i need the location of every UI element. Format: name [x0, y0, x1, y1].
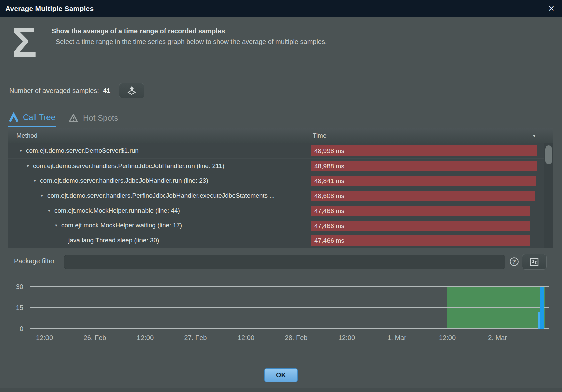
time-value: 48,608 ms	[314, 188, 344, 203]
export-button[interactable]	[119, 83, 144, 98]
x-axis-tick-label: 2. Mar	[488, 334, 507, 341]
time-bar	[311, 206, 530, 216]
package-filter-label: Package filter:	[14, 257, 57, 265]
timeline-chart[interactable]: 3015012:0026. Feb12:0027. Feb12:0028. Fe…	[0, 281, 562, 348]
vertical-scrollbar[interactable]	[544, 143, 553, 248]
dialog-bottom-edge	[0, 388, 562, 392]
call-tree-body: ▼com.ejt.demo.server.DemoServer$1.run48,…	[8, 143, 544, 248]
method-name: com.ejt.demo.server.DemoServer$1.run	[26, 147, 139, 154]
x-axis-tick-label: 12:00	[439, 334, 456, 341]
help-icon: ?	[509, 257, 519, 267]
time-cell: 48,608 ms	[306, 188, 544, 203]
method-name: com.ejt.demo.server.handlers.PerfinoJdbc…	[47, 192, 275, 199]
time-cell: 47,466 ms	[306, 218, 544, 233]
method-name: com.ejt.demo.server.handlers.PerfinoJdbc…	[33, 162, 224, 170]
scrollbar-header-spacer	[544, 128, 553, 143]
y-axis-tick-label: 0	[20, 325, 23, 332]
time-bar	[311, 235, 530, 246]
averaged-samples-row: Number of averaged samples: 41	[9, 83, 144, 98]
sort-descending-icon[interactable]: ▼	[532, 133, 536, 138]
package-filter-input[interactable]	[64, 255, 505, 269]
call-tree-icon	[9, 112, 19, 122]
average-multiple-samples-dialog: Average Multiple Samples ✕ Σ Show the av…	[0, 0, 562, 392]
time-cell: 48,998 ms	[306, 143, 544, 158]
table-row[interactable]: ▼com.ejt.mock.MockHelper.runnable (line:…	[8, 203, 544, 218]
dialog-titlebar: Average Multiple Samples ✕	[0, 0, 562, 17]
expand-arrow-icon[interactable]: ▼	[19, 149, 26, 153]
expand-arrow-icon[interactable]: ▼	[26, 164, 33, 168]
time-cell: 48,988 ms	[306, 159, 544, 173]
method-cell: java.lang.Thread.sleep (line: 30)	[8, 233, 306, 248]
time-cell: 47,466 ms	[306, 203, 544, 218]
ok-button[interactable]: OK	[264, 368, 298, 382]
expand-arrow-icon[interactable]: ▼	[33, 179, 40, 183]
time-value: 48,988 ms	[314, 159, 344, 174]
averaged-samples-label: Number of averaged samples:	[9, 87, 99, 95]
table-row[interactable]: ▼com.ejt.mock.MockHelper.waiting (line: …	[8, 218, 544, 233]
time-bar	[311, 145, 537, 156]
tab-hot-spots[interactable]: Hot Spots	[67, 110, 119, 127]
table-row[interactable]: ▼com.ejt.demo.server.DemoServer$1.run48,…	[8, 143, 544, 158]
x-axis-tick-label: 27. Feb	[184, 334, 207, 341]
time-value: 47,466 ms	[314, 233, 344, 248]
method-cell: ▼com.ejt.demo.server.DemoServer$1.run	[8, 143, 306, 158]
series-bar	[538, 312, 540, 329]
table-row[interactable]: ▼com.ejt.demo.server.handlers.PerfinoJdb…	[8, 158, 544, 173]
column-header-time[interactable]: Time ▼	[306, 128, 544, 143]
method-cell: ▼com.ejt.demo.server.handlers.PerfinoJdb…	[8, 188, 306, 203]
table-row[interactable]: java.lang.Thread.sleep (line: 30)47,466 …	[8, 233, 544, 248]
y-axis-tick-label: 15	[16, 304, 23, 311]
expand-arrow-icon[interactable]: ▼	[47, 209, 54, 213]
time-cell: 48,841 ms	[306, 173, 544, 188]
help-button[interactable]: ?	[509, 257, 519, 268]
close-icon[interactable]: ✕	[546, 0, 557, 17]
tab-bar: Call Tree Hot Spots	[8, 110, 130, 127]
averaged-samples-value: 41	[103, 87, 110, 95]
table-row[interactable]: ▼com.ejt.demo.server.handlers.JdbcJobHan…	[8, 173, 544, 188]
expand-arrow-icon[interactable]: ▼	[54, 223, 61, 227]
column-header-method[interactable]: Method	[8, 128, 306, 143]
time-value: 47,466 ms	[314, 218, 344, 233]
series-bar	[540, 287, 544, 329]
table-body: ▼com.ejt.demo.server.DemoServer$1.run48,…	[8, 143, 553, 248]
x-axis-tick-label: 12:00	[36, 334, 53, 341]
x-axis-tick-label: 12:00	[137, 334, 154, 341]
method-cell: ▼com.ejt.demo.server.handlers.JdbcJobHan…	[8, 173, 306, 188]
x-axis-tick-label: 28. Feb	[285, 334, 308, 341]
sigma-icon: Σ	[12, 21, 37, 63]
intro-heading: Show the average of a time range of reco…	[52, 27, 225, 35]
filter-options-button[interactable]	[522, 254, 547, 270]
time-bar	[311, 176, 536, 186]
timeline-chart-area: 3015012:0026. Feb12:0027. Feb12:0028. Fe…	[0, 281, 562, 348]
x-axis-tick-label: 26. Feb	[84, 334, 106, 341]
filter-options-icon	[529, 257, 540, 267]
x-axis-tick-label: 1. Mar	[387, 334, 406, 341]
time-cell: 47,466 ms	[306, 233, 544, 248]
method-cell: ▼com.ejt.mock.MockHelper.runnable (line:…	[8, 203, 306, 218]
tab-hot-spots-label: Hot Spots	[83, 113, 118, 123]
method-cell: ▼com.ejt.mock.MockHelper.waiting (line: …	[8, 218, 306, 233]
y-axis-tick-label: 30	[16, 283, 23, 290]
time-bar	[311, 161, 537, 171]
table-row[interactable]: ▼com.ejt.demo.server.handlers.PerfinoJdb…	[8, 188, 544, 203]
method-name: com.ejt.mock.MockHelper.runnable (line: …	[54, 207, 180, 214]
method-name: com.ejt.demo.server.handlers.JdbcJobHand…	[40, 177, 208, 184]
time-value: 47,466 ms	[314, 203, 344, 218]
column-header-time-label: Time	[313, 132, 327, 139]
method-name: com.ejt.mock.MockHelper.waiting (line: 1…	[61, 222, 182, 229]
x-axis-tick-label: 12:00	[238, 334, 254, 341]
scrollbar-thumb[interactable]	[545, 145, 552, 164]
method-name: java.lang.Thread.sleep (line: 30)	[68, 237, 159, 244]
time-value: 48,998 ms	[314, 143, 344, 158]
hot-spots-icon	[68, 113, 79, 123]
call-tree-table: Method Time ▼ ▼com.ejt.demo.server.DemoS…	[8, 128, 553, 248]
tab-call-tree[interactable]: Call Tree	[8, 110, 56, 127]
table-header: Method Time ▼	[8, 128, 553, 143]
x-axis-tick-label: 12:00	[338, 334, 355, 341]
svg-text:?: ?	[512, 259, 516, 265]
time-value: 48,841 ms	[314, 173, 344, 188]
method-cell: ▼com.ejt.demo.server.handlers.PerfinoJdb…	[8, 159, 306, 173]
expand-arrow-icon[interactable]: ▼	[40, 194, 47, 198]
export-icon	[126, 85, 137, 96]
time-bar	[311, 221, 530, 231]
